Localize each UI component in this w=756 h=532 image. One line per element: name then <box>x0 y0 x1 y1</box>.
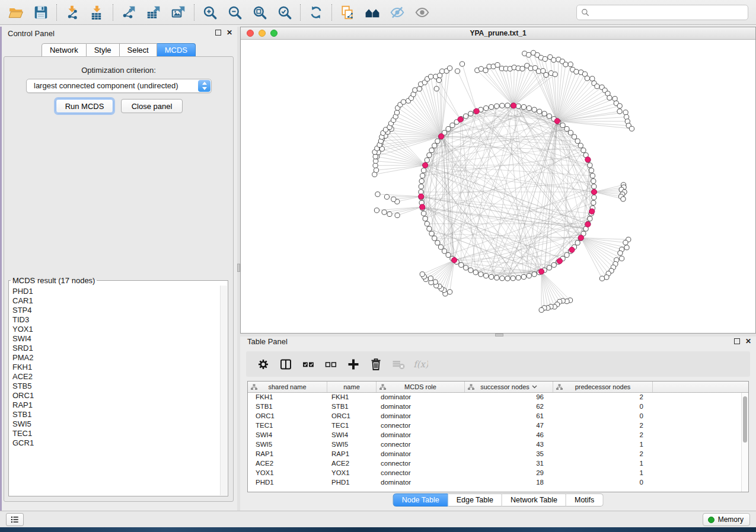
mcds-result-item[interactable]: GCR1 <box>12 438 228 448</box>
table-row[interactable]: SWI4SWI4dominator462 <box>248 431 748 440</box>
select-all-button[interactable] <box>297 354 320 375</box>
table-scrollbar[interactable] <box>741 393 748 492</box>
delete-entry-button[interactable] <box>365 354 387 375</box>
memory-button[interactable]: Memory <box>703 513 750 526</box>
open-file-button[interactable] <box>4 2 28 23</box>
mcds-result-item[interactable]: ORC1 <box>12 391 228 400</box>
cell-predecessor-nodes[interactable]: 1 <box>553 469 653 478</box>
add-entry-button[interactable] <box>342 354 365 375</box>
mcds-node[interactable] <box>585 157 591 162</box>
table-scrollbar-thumb[interactable] <box>743 396 747 443</box>
tab-select[interactable]: Select <box>120 43 157 57</box>
cell-shared-name[interactable]: RAP1 <box>248 450 327 459</box>
mcds-node[interactable] <box>569 247 575 252</box>
table-row[interactable]: FKH1FKH1dominator962 <box>248 393 748 402</box>
float-table-panel-icon[interactable] <box>734 338 740 344</box>
close-panel-button[interactable]: Close panel <box>121 99 183 113</box>
table-row[interactable]: YOX1YOX1connector291 <box>248 469 748 478</box>
mcds-node[interactable] <box>458 117 463 122</box>
cell-successor-nodes[interactable]: 29 <box>465 469 553 478</box>
mcds-node[interactable] <box>419 194 424 199</box>
table-row[interactable]: RAP1RAP1dominator352 <box>248 450 748 459</box>
mcds-node[interactable] <box>439 134 444 139</box>
tab-network[interactable]: Network <box>42 43 87 57</box>
cell-MCDS-role[interactable]: dominator <box>377 478 465 488</box>
cell-shared-name[interactable]: STB1 <box>248 402 327 412</box>
cell-predecessor-nodes[interactable]: 2 <box>553 431 653 440</box>
mcds-node[interactable] <box>452 257 457 262</box>
cell-shared-name[interactable]: ACE2 <box>248 459 327 469</box>
tab-mcds[interactable]: MCDS <box>157 43 196 57</box>
zoom-selected-button[interactable] <box>272 2 297 23</box>
mcds-result-item[interactable]: SWI4 <box>12 334 228 344</box>
cell-shared-name[interactable]: FKH1 <box>248 393 327 402</box>
cell-name[interactable]: PHD1 <box>327 478 377 488</box>
table-row[interactable]: STB1STB1dominator620 <box>248 402 748 412</box>
cell-successor-nodes[interactable]: 61 <box>465 412 553 421</box>
export-network-button[interactable] <box>116 2 141 23</box>
column-header-predecessor-nodes[interactable]: predecessor nodes <box>553 382 653 392</box>
mcds-node[interactable] <box>423 162 428 168</box>
mcds-node[interactable] <box>474 108 479 114</box>
tab-node-table[interactable]: Node Table <box>393 493 448 507</box>
cell-successor-nodes[interactable]: 43 <box>465 440 553 450</box>
cell-MCDS-role[interactable]: dominator <box>377 393 465 402</box>
cell-shared-name[interactable]: ORC1 <box>248 412 327 421</box>
tab-edge-table[interactable]: Edge Table <box>448 493 502 507</box>
zoom-fit-button[interactable] <box>247 2 272 23</box>
cell-name[interactable]: STB1 <box>327 402 377 412</box>
mcds-result-item[interactable]: CAR1 <box>12 296 228 306</box>
cell-predecessor-nodes[interactable]: 0 <box>553 478 653 488</box>
cell-shared-name[interactable]: SWI4 <box>248 431 327 440</box>
mcds-node[interactable] <box>585 222 591 227</box>
mcds-node[interactable] <box>554 118 560 124</box>
cell-name[interactable]: SWI4 <box>327 431 377 440</box>
cell-predecessor-nodes[interactable]: 2 <box>553 393 653 402</box>
export-image-button[interactable] <box>166 2 191 23</box>
cell-name[interactable]: RAP1 <box>327 450 377 459</box>
hide-selected-button[interactable] <box>385 2 410 23</box>
mcds-node[interactable] <box>557 258 562 264</box>
column-header-successor-nodes[interactable]: successor nodes <box>465 382 553 392</box>
refresh-button[interactable] <box>304 2 328 23</box>
cell-MCDS-role[interactable]: dominator <box>377 431 465 440</box>
table-settings-button[interactable] <box>252 354 275 375</box>
mcds-result-item[interactable]: STP4 <box>12 306 228 315</box>
cell-name[interactable]: ACE2 <box>327 459 377 469</box>
cell-MCDS-role[interactable]: dominator <box>377 412 465 421</box>
cell-successor-nodes[interactable]: 62 <box>465 402 553 412</box>
search-input[interactable] <box>592 8 744 17</box>
cell-successor-nodes[interactable]: 47 <box>465 421 553 431</box>
cell-successor-nodes[interactable]: 18 <box>465 478 553 488</box>
close-table-panel-icon[interactable]: ✕ <box>745 338 751 345</box>
mcds-node[interactable] <box>589 209 595 214</box>
cell-MCDS-role[interactable]: connector <box>377 440 465 450</box>
table-row[interactable]: SWI5SWI5connector431 <box>248 440 748 450</box>
automation-panel-button[interactable] <box>6 513 24 526</box>
column-header-name[interactable]: name <box>327 382 377 392</box>
mcds-result-item[interactable]: FKH1 <box>12 363 228 372</box>
column-header-shared-name[interactable]: shared name <box>248 382 327 392</box>
cell-successor-nodes[interactable]: 35 <box>465 450 553 459</box>
cell-shared-name[interactable]: YOX1 <box>248 469 327 478</box>
mcds-result-item[interactable]: STB5 <box>12 382 228 391</box>
mcds-node[interactable] <box>578 235 583 241</box>
import-table-button[interactable] <box>85 2 110 23</box>
cell-predecessor-nodes[interactable]: 1 <box>553 459 653 469</box>
cell-shared-name[interactable]: SWI5 <box>248 440 327 450</box>
column-header-MCDS-role[interactable]: MCDS role <box>377 382 465 392</box>
tab-network-table[interactable]: Network Table <box>502 493 566 507</box>
mcds-result-item[interactable]: PHD1 <box>12 287 228 296</box>
cell-name[interactable]: YOX1 <box>327 469 377 478</box>
mcds-result-item[interactable]: STB1 <box>12 410 228 419</box>
table-row[interactable]: ACE2ACE2connector311 <box>248 459 748 469</box>
mcds-result-item[interactable]: TEC1 <box>12 429 228 438</box>
save-session-button[interactable] <box>28 2 53 23</box>
zoom-out-button[interactable] <box>222 2 247 23</box>
cell-MCDS-role[interactable]: connector <box>377 469 465 478</box>
cell-predecessor-nodes[interactable]: 2 <box>553 421 653 431</box>
mcds-result-item[interactable]: TID3 <box>12 315 228 325</box>
show-all-button[interactable] <box>410 2 435 23</box>
table-row[interactable]: TEC1TEC1connector472 <box>248 421 748 431</box>
cell-successor-nodes[interactable]: 46 <box>465 431 553 440</box>
